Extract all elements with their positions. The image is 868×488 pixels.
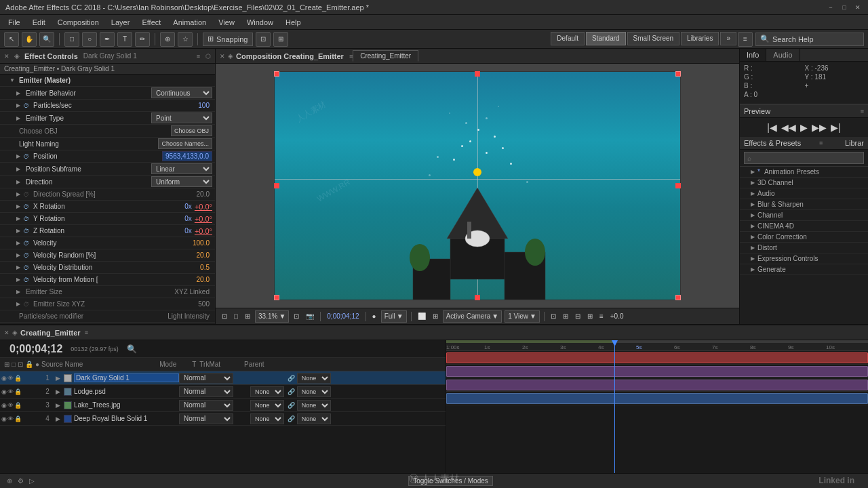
footer-preview[interactable]: ▷	[26, 477, 37, 485]
layer-3-trimat-select[interactable]: None	[250, 400, 284, 411]
emitter-behavior-select[interactable]: Continuous Pulsating Explode	[151, 87, 212, 98]
menu-help[interactable]: Help	[280, 17, 307, 28]
select-tool[interactable]: ↖	[4, 32, 19, 47]
handle-right[interactable]	[675, 183, 681, 188]
ep-item-blur[interactable]: ▶ Blur & Sharpen	[740, 199, 868, 210]
menu-file[interactable]: File	[3, 17, 26, 28]
ellipse-tool[interactable]: ○	[82, 32, 97, 47]
layer-2-lock[interactable]: 🔒	[14, 388, 22, 395]
emitter-type-expand[interactable]: ▶	[16, 115, 23, 121]
vel-stopwatch[interactable]: ⏱	[23, 240, 29, 247]
pps-expand[interactable]: ▶	[16, 102, 23, 108]
vc-grid[interactable]: ⊞	[561, 312, 570, 321]
layer-1-name[interactable]: Dark Gray Solid 1	[74, 373, 179, 382]
tl-tool-1[interactable]: ⊞	[4, 361, 9, 368]
workspace-standard[interactable]: Standard	[586, 32, 626, 45]
ep-libraries-tab[interactable]: Librar	[845, 139, 864, 147]
ep-menu[interactable]: ≡	[819, 140, 823, 146]
emitter-type-select[interactable]: Point Box Sphere Grid Layer Layer Grid L…	[151, 113, 212, 123]
tl-tool-5[interactable]: ●	[35, 361, 39, 368]
tab-info[interactable]: Info	[740, 49, 766, 61]
tl-playhead[interactable]	[614, 340, 615, 473]
ep-item-expression[interactable]: ▶ Expression Controls	[740, 253, 868, 264]
vc-fit-btn[interactable]: ⊡	[292, 312, 301, 321]
velocity-dist-value[interactable]: 0.5	[200, 264, 212, 271]
yr-stopwatch[interactable]: ⏱	[23, 216, 29, 222]
rect-tool[interactable]: □	[64, 32, 79, 47]
layer-3-name[interactable]: Lake_Trees.jpg	[74, 401, 179, 409]
vc-zoom-dropdown[interactable]: 33.1% ▼	[255, 310, 289, 323]
workspace-libraries[interactable]: Libraries	[681, 32, 719, 45]
corner-handle-tr[interactable]	[675, 71, 681, 77]
layer-3-mode-select[interactable]: Normal	[179, 400, 233, 411]
preview-menu[interactable]: ≡	[861, 108, 864, 115]
menu-layer[interactable]: Layer	[106, 17, 136, 28]
handle-top[interactable]	[475, 71, 480, 77]
layer-2-expand[interactable]: ▶	[56, 388, 60, 395]
type-tool[interactable]: T	[117, 32, 132, 47]
zr-expand[interactable]: ▶	[16, 228, 23, 234]
zr-stopwatch[interactable]: ⏱	[23, 228, 29, 235]
menu-window[interactable]: Window	[241, 17, 279, 28]
ep-item-channel[interactable]: ▶ Channel	[740, 210, 868, 221]
menu-animation[interactable]: Animation	[167, 17, 212, 28]
vd-expand[interactable]: ▶	[16, 264, 23, 270]
vc-region-render[interactable]: ⊞	[243, 312, 252, 321]
workspace-more[interactable]: »	[720, 32, 736, 45]
tl-close[interactable]: ✕	[4, 329, 9, 336]
position-value[interactable]: 9563,4133,0.0	[162, 151, 212, 161]
choose-names-btn[interactable]: Choose Names...	[158, 138, 212, 149]
vc-snapshot[interactable]: 📷	[304, 312, 316, 321]
vc-frame-render[interactable]: □	[232, 312, 240, 321]
corner-handle-bl[interactable]	[274, 295, 279, 300]
vm-stopwatch[interactable]: ⏱	[23, 277, 29, 283]
layer-1-expand[interactable]: ▶	[56, 375, 60, 382]
layer-1-lock[interactable]: 🔒	[14, 375, 22, 382]
x-rotation-sub[interactable]: +0.0°	[195, 203, 212, 211]
layer-bar-4[interactable]	[446, 393, 868, 404]
snapping-control[interactable]: ⊞ Snapping	[203, 33, 253, 46]
y-rotation-sub[interactable]: +0.0°	[195, 215, 212, 223]
velocity-random-value[interactable]: 20.0	[197, 251, 212, 259]
maximize-button[interactable]: □	[840, 3, 849, 12]
tl-search-icon[interactable]: 🔍	[127, 344, 137, 354]
corner-handle-br[interactable]	[675, 295, 681, 300]
vr-stopwatch[interactable]: ⏱	[23, 252, 29, 259]
search-help-box[interactable]: 🔍 Search Help	[755, 33, 864, 46]
es-expand[interactable]: ▶	[16, 289, 23, 295]
emitter-expand[interactable]: ▼	[9, 77, 16, 83]
preview-prev[interactable]: ◀◀	[781, 122, 796, 133]
footer-settings[interactable]: ⚙	[15, 477, 26, 485]
vc-guides[interactable]: ⊟	[573, 312, 583, 321]
tab-audio[interactable]: Audio	[766, 49, 800, 61]
psf-expand[interactable]: ▶	[16, 166, 23, 172]
layer-4-visibility[interactable]: 👁	[7, 415, 14, 422]
layer-2-name[interactable]: Lodge.psd	[74, 388, 179, 395]
layer-3-expand[interactable]: ▶	[56, 402, 60, 409]
menu-edit[interactable]: Edit	[27, 17, 51, 28]
corner-handle-tl[interactable]	[274, 71, 279, 77]
preview-first[interactable]: |◀	[767, 122, 777, 133]
layer-4-name[interactable]: Deep Royal Blue Solid 1	[74, 415, 179, 422]
vd-stopwatch[interactable]: ⏱	[23, 264, 29, 271]
close-button[interactable]: ✕	[853, 3, 863, 12]
tl-time-display[interactable]: 0;00;04;12	[4, 340, 68, 358]
emitter-behavior-expand[interactable]: ▶	[16, 90, 23, 96]
particles-per-sec-value[interactable]: 100	[198, 102, 212, 109]
layer-2-parent-select[interactable]: None	[297, 386, 331, 397]
footer-new-comp[interactable]: ⊕	[4, 477, 15, 485]
workspace-expand[interactable]: ≡	[738, 32, 753, 47]
layer-4-mode-select[interactable]: Normal	[179, 413, 233, 424]
zoom-tool[interactable]: 🔍	[39, 32, 54, 47]
z-rotation-value[interactable]: 0x	[184, 227, 195, 235]
vc-channels[interactable]: ≡	[597, 312, 606, 321]
ep-search-input[interactable]	[744, 152, 864, 164]
velocity-motion-value[interactable]: 20.0	[197, 276, 212, 283]
preview-next[interactable]: ▶▶	[812, 122, 827, 133]
layer-2-visibility[interactable]: 👁	[7, 388, 14, 395]
panel-menu-icon[interactable]: ≡	[197, 53, 200, 60]
layer-2-mode-select[interactable]: Normal	[179, 386, 233, 397]
vc-camera-icon[interactable]: ●	[370, 312, 378, 321]
layer-bar-1[interactable]	[446, 352, 868, 363]
xr-expand[interactable]: ▶	[16, 203, 23, 209]
